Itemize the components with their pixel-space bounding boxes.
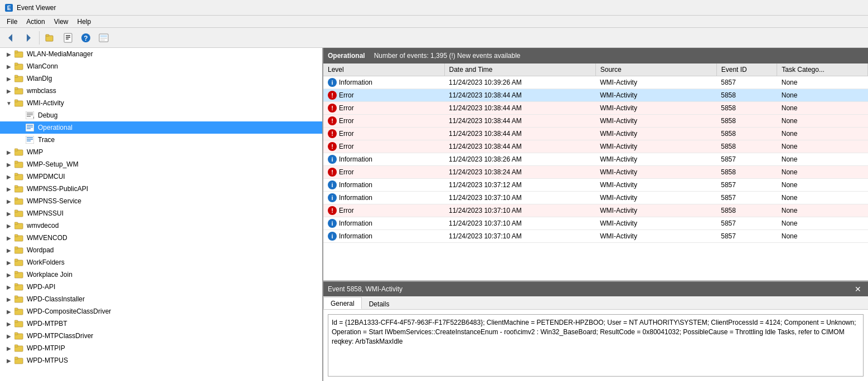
tree-item-wpd-classinstaller[interactable]: ▶WPD-ClassInstaller bbox=[0, 293, 322, 305]
cell-level: ! Error bbox=[323, 115, 444, 128]
tree-pane[interactable]: ▶WLAN-MediaManager▶WlanConn▶WlanDlg▶wmbc… bbox=[0, 48, 323, 381]
item-icon bbox=[14, 356, 25, 364]
svg-rect-60 bbox=[14, 271, 18, 273]
tree-item-wmi-debug[interactable]: ⚙Debug bbox=[0, 109, 322, 121]
tree-item-wpd-api[interactable]: ▶WPD-API bbox=[0, 281, 322, 293]
menu-file[interactable]: File bbox=[2, 17, 22, 27]
tab-details[interactable]: Details bbox=[362, 297, 397, 309]
cell-level: ! Error bbox=[323, 166, 444, 179]
properties-button[interactable] bbox=[60, 30, 76, 46]
item-icon bbox=[14, 283, 25, 291]
tree-item-wpd-mtpus[interactable]: ▶WPD-MTPUS bbox=[0, 354, 322, 367]
tree-item-wmp[interactable]: ▶WMP bbox=[0, 146, 322, 158]
view-button[interactable] bbox=[95, 30, 112, 46]
item-icon bbox=[14, 50, 25, 58]
tree-item-wpd-composite[interactable]: ▶WPD-CompositeClassDriver bbox=[0, 305, 322, 318]
forward-button[interactable] bbox=[20, 30, 37, 46]
col-taskcategory[interactable]: Task Catego... bbox=[777, 63, 868, 76]
item-icon bbox=[14, 62, 25, 70]
events-table-container[interactable]: Level Date and Time Source Event ID Task… bbox=[323, 63, 868, 281]
cell-taskcategory: None bbox=[777, 153, 868, 166]
col-datetime[interactable]: Date and Time bbox=[444, 63, 595, 76]
tree-item-wmpnss-public[interactable]: ▶WMPNSS-PublicAPI bbox=[0, 183, 322, 195]
cell-taskcategory: None bbox=[777, 230, 868, 243]
col-source[interactable]: Source bbox=[595, 63, 716, 76]
tree-item-label: WMI-Activity bbox=[27, 99, 64, 107]
tree-item-wlandlg[interactable]: ▶WlanDlg bbox=[0, 72, 322, 85]
tree-item-wmpdmcui[interactable]: ▶WMPDMCUI bbox=[0, 170, 322, 183]
expand-arrow: ▶ bbox=[4, 186, 13, 192]
tree-item-wmi-trace[interactable]: Trace bbox=[0, 134, 322, 146]
cell-source: WMI-Activity bbox=[595, 192, 716, 204]
tree-item-wmvdecod[interactable]: ▶wmvdecod bbox=[0, 219, 322, 232]
cell-eventid: 5857 bbox=[716, 192, 777, 204]
event-detail-close-button[interactable]: ✕ bbox=[852, 285, 864, 294]
tree-item-wmpnssui[interactable]: ▶WMPNSSUI bbox=[0, 207, 322, 219]
back-button[interactable] bbox=[2, 30, 19, 46]
expand-arrow: ▶ bbox=[4, 162, 13, 168]
item-icon bbox=[14, 75, 25, 82]
svg-marker-2 bbox=[8, 34, 12, 42]
table-row[interactable]: ! Error11/24/2023 10:38:44 AMWMI-Activit… bbox=[323, 89, 868, 102]
cell-taskcategory: None bbox=[777, 115, 868, 128]
table-row[interactable]: i Information11/24/2023 10:37:10 AMWMI-A… bbox=[323, 230, 868, 243]
table-row[interactable]: ! Error11/24/2023 10:38:44 AMWMI-Activit… bbox=[323, 128, 868, 140]
svg-rect-19 bbox=[14, 63, 18, 65]
open-button[interactable] bbox=[42, 30, 59, 46]
table-row[interactable]: i Information11/24/2023 10:37:10 AMWMI-A… bbox=[323, 192, 868, 204]
table-row[interactable]: ! Error11/24/2023 10:38:44 AMWMI-Activit… bbox=[323, 102, 868, 115]
tree-item-label: WPD-MTPClassDriver bbox=[27, 332, 93, 340]
cell-taskcategory: None bbox=[777, 128, 868, 140]
table-row[interactable]: ! Error11/24/2023 10:38:44 AMWMI-Activit… bbox=[323, 140, 868, 153]
table-row[interactable]: i Information11/24/2023 10:37:10 AMWMI-A… bbox=[323, 217, 868, 230]
cell-source: WMI-Activity bbox=[595, 128, 716, 140]
cell-taskcategory: None bbox=[777, 179, 868, 192]
tree-item-label: Trace bbox=[38, 136, 55, 144]
item-icon bbox=[14, 295, 25, 303]
menu-action[interactable]: Action bbox=[22, 17, 49, 27]
tree-item-wpd-mtpip[interactable]: ▶WPD-MTPIP bbox=[0, 342, 322, 354]
col-level[interactable]: Level bbox=[323, 63, 444, 76]
col-eventid[interactable]: Event ID bbox=[716, 63, 777, 76]
tab-general[interactable]: General bbox=[323, 297, 362, 309]
table-row[interactable]: i Information11/24/2023 10:38:26 AMWMI-A… bbox=[323, 153, 868, 166]
cell-datetime: 11/24/2023 10:37:10 AM bbox=[444, 230, 595, 243]
tree-item-wlan-media[interactable]: ▶WLAN-MediaManager bbox=[0, 48, 322, 60]
main-layout: ▶WLAN-MediaManager▶WlanConn▶WlanDlg▶wmbc… bbox=[0, 48, 868, 381]
tree-item-wmi-operational[interactable]: Operational bbox=[0, 121, 322, 134]
tree-item-wmpnss-service[interactable]: ▶WMPNSS-Service bbox=[0, 195, 322, 207]
cell-source: WMI-Activity bbox=[595, 102, 716, 115]
menu-help[interactable]: Help bbox=[73, 17, 96, 27]
table-row[interactable]: i Information11/24/2023 10:37:12 AMWMI-A… bbox=[323, 179, 868, 192]
tree-item-wpd-mtpclassdriver[interactable]: ▶WPD-MTPClassDriver bbox=[0, 330, 322, 342]
cell-source: WMI-Activity bbox=[595, 153, 716, 166]
item-icon bbox=[14, 246, 25, 254]
cell-datetime: 11/24/2023 10:37:10 AM bbox=[444, 204, 595, 217]
svg-rect-17 bbox=[14, 51, 18, 53]
svg-rect-35 bbox=[26, 136, 34, 144]
tree-item-wmi-activity[interactable]: ▼WMI-Activity bbox=[0, 97, 322, 109]
cell-level: ! Error bbox=[323, 89, 444, 102]
table-row[interactable]: ! Error11/24/2023 10:38:24 AMWMI-Activit… bbox=[323, 166, 868, 179]
table-row[interactable]: ! Error11/24/2023 10:37:10 AMWMI-Activit… bbox=[323, 204, 868, 217]
table-row[interactable]: ! Error11/24/2023 10:38:44 AMWMI-Activit… bbox=[323, 115, 868, 128]
table-row[interactable]: i Information11/24/2023 10:39:26 AMWMI-A… bbox=[323, 76, 868, 89]
svg-rect-56 bbox=[14, 247, 18, 249]
tree-item-wmvencod[interactable]: ▶WMVENCOD bbox=[0, 232, 322, 244]
tree-item-wmp-setup[interactable]: ▶WMP-Setup_WM bbox=[0, 158, 322, 170]
cell-source: WMI-Activity bbox=[595, 204, 716, 217]
menu-view[interactable]: View bbox=[50, 17, 73, 27]
tree-item-workfolders[interactable]: ▶WorkFolders bbox=[0, 256, 322, 268]
tree-item-workplace-join[interactable]: ▶Workplace Join bbox=[0, 268, 322, 281]
tree-item-wpd-mtpbt[interactable]: ▶WPD-MTPBT bbox=[0, 318, 322, 330]
svg-rect-13 bbox=[100, 35, 107, 37]
tree-item-label: WMP-Setup_WM bbox=[27, 160, 79, 168]
expand-arrow: ▶ bbox=[4, 223, 13, 229]
svg-rect-21 bbox=[14, 75, 18, 77]
svg-marker-3 bbox=[27, 34, 31, 42]
help-button[interactable]: ? bbox=[77, 30, 94, 46]
cell-eventid: 5858 bbox=[716, 204, 777, 217]
tree-item-wlanconn[interactable]: ▶WlanConn bbox=[0, 60, 322, 72]
tree-item-wordpad[interactable]: ▶Wordpad bbox=[0, 244, 322, 256]
tree-item-wmbclass[interactable]: ▶wmbclass bbox=[0, 85, 322, 97]
